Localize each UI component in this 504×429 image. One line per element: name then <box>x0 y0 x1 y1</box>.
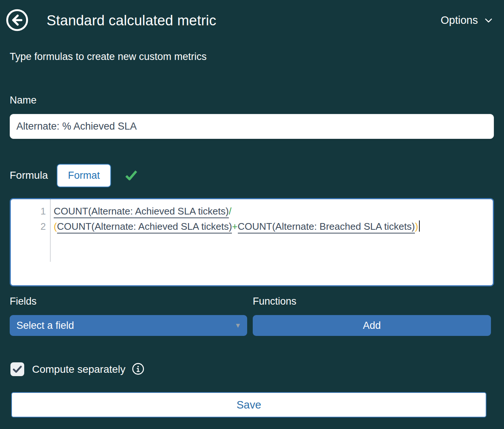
arrow-left-circle-icon <box>5 27 29 33</box>
compute-separately-label: Compute separately <box>32 363 126 375</box>
info-icon[interactable] <box>131 362 145 376</box>
formula-token: (Alternate: Achieved SLA tickets) <box>91 221 232 233</box>
text-cursor <box>419 220 420 232</box>
compute-separately-checkbox[interactable] <box>10 362 24 376</box>
formula-token: + <box>232 221 237 232</box>
field-select-dropdown[interactable]: Select a field ▼ <box>10 315 247 336</box>
formula-label: Formula <box>10 169 48 181</box>
add-function-button[interactable]: Add <box>253 315 491 336</box>
line-number: 2 <box>11 219 50 234</box>
page-description: Type formulas to create new custom metri… <box>10 51 207 63</box>
formula-token: ) <box>415 221 418 232</box>
formula-token: COUNT <box>57 221 91 233</box>
format-button-label: Format <box>68 170 100 181</box>
save-button[interactable]: Save <box>11 392 486 417</box>
triangle-down-icon: ▼ <box>234 315 241 336</box>
save-button-label: Save <box>236 399 261 411</box>
format-button[interactable]: Format <box>57 164 111 187</box>
fields-label: Fields <box>10 296 37 307</box>
formula-line[interactable]: COUNT(Alternate: Achieved SLA tickets)/ <box>54 204 491 219</box>
back-button[interactable] <box>5 8 29 32</box>
formula-editor[interactable]: 12 COUNT(Alternate: Achieved SLA tickets… <box>10 198 494 286</box>
formula-code-area[interactable]: COUNT(Alternate: Achieved SLA tickets)/(… <box>54 199 491 234</box>
formula-line[interactable]: (COUNT(Alternate: Achieved SLA tickets)+… <box>54 219 491 234</box>
formula-token: COUNT <box>238 221 272 233</box>
formula-valid-checkmark-icon <box>124 168 138 182</box>
chevron-down-icon <box>483 15 494 25</box>
formula-token: / <box>229 206 231 217</box>
field-select-value: Select a field <box>16 320 74 331</box>
gutter-divider <box>50 199 51 262</box>
formula-token: (Alternate: Achieved SLA tickets) <box>88 206 229 218</box>
line-number-gutter: 12 <box>11 199 50 234</box>
options-label: Options <box>441 14 478 26</box>
name-input[interactable]: Alternate: % Achieved SLA <box>10 114 494 139</box>
formula-token: COUNT <box>54 206 88 218</box>
formula-token: ( <box>54 221 57 232</box>
functions-label: Functions <box>253 296 296 307</box>
checkbox-check-icon <box>12 363 23 375</box>
options-menu-button[interactable]: Options <box>441 14 494 26</box>
add-button-label: Add <box>363 320 381 331</box>
line-number: 1 <box>11 204 50 219</box>
formula-token: (Alternate: Breached SLA tickets) <box>272 221 415 233</box>
name-label: Name <box>10 95 37 106</box>
page-title: Standard calculated metric <box>47 13 216 29</box>
